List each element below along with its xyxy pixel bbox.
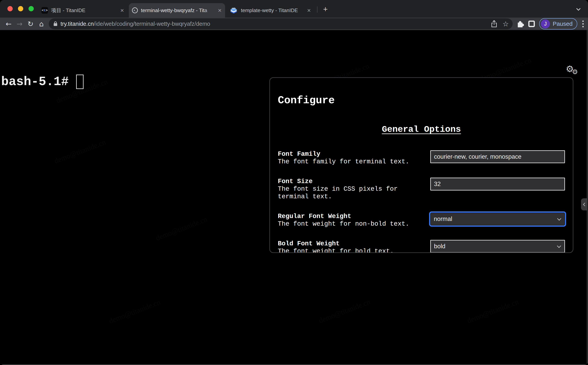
tab-close-icon[interactable]: × [120,7,124,14]
url-text: try.titanide.cn/ide/web/coding/terminal-… [61,21,491,27]
tab-template-wetty[interactable]: </> template-wetty - TitanIDE × [226,3,314,18]
tab-project[interactable]: <t> 项目 - TitanIDE × [38,3,127,18]
back-button[interactable]: ← [3,18,14,29]
section-title: General Options [278,125,565,135]
tab-title: terminal-wetty-bwqryafz - Tita [141,7,215,14]
profile-status-label: Paused [553,21,573,27]
bold-font-weight-row: Bold Font Weight The font weight for bol… [278,240,565,253]
chevron-down-icon [557,217,561,221]
font-size-row: Font Size The font size in CSS pixels fo… [278,178,565,200]
profile-chip[interactable]: J Paused [539,18,577,29]
regular-font-weight-row: Regular Font Weight The font weight for … [278,213,565,228]
watermark: demo@titanide.cn [317,297,371,325]
field-label: Font Size [278,178,416,185]
watermark: demo@titanide.cn [154,215,208,242]
watermark: demo@titanide.cn [108,298,161,325]
url-path: /ide/web/coding/terminal-wetty-bwqryafz/… [94,21,210,27]
browser-window: <t> 项目 - TitanIDE × >_ terminal-wetty-bw… [0,0,588,365]
window-close-button[interactable] [7,6,13,11]
settings-rows: Font Family The font family for terminal… [278,150,565,253]
window-maximize-button[interactable] [28,6,34,11]
tab-title: template-wetty - TitanIDE [241,7,304,14]
watermark: demo@titanide.cn [53,138,107,165]
window-minimize-button[interactable] [18,6,23,11]
configure-panel: Configure General Options Font Family Th… [269,77,573,253]
terminal-cursor [76,75,84,89]
extensions-puzzle-icon[interactable] [517,20,524,28]
share-icon[interactable] [491,20,497,28]
lock-icon [53,21,58,27]
url-host: try.titanide.cn [61,21,94,27]
tab-title: 项目 - TitanIDE [51,7,118,14]
template-layers-icon: </> [230,7,238,14]
forward-button[interactable]: → [14,18,25,29]
collapse-panel-handle[interactable] [581,198,587,211]
field-description: The font weight for bold text. [278,247,416,253]
bold-font-weight-select[interactable]: bold [430,240,565,253]
window-bottom-edge [0,364,588,365]
field-label: Regular Font Weight [278,213,416,220]
field-description: The font size in CSS pixels for terminal… [278,185,416,200]
side-panel-icon[interactable] [528,20,535,28]
regular-font-weight-select[interactable]: normal [430,213,565,225]
tab-close-icon[interactable]: × [307,7,311,14]
new-tab-button[interactable]: + [321,5,330,14]
tab-terminal-wetty[interactable]: >_ terminal-wetty-bwqryafz - Tita × [129,3,225,18]
watermark: demo@titanide.cn [466,297,520,325]
chevron-down-icon[interactable] [576,7,581,11]
bookmark-star-icon[interactable]: ☆ [503,20,509,28]
field-label: Bold Font Weight [278,240,416,247]
font-family-row: Font Family The font family for terminal… [278,150,565,166]
toolbar-right: J Paused [517,18,585,29]
chevron-down-icon [557,244,561,248]
tab-close-icon[interactable]: × [218,7,222,14]
address-bar[interactable]: try.titanide.cn/ide/web/coding/terminal-… [49,18,513,29]
window-controls [7,6,34,11]
tab-separator [317,7,317,13]
field-label: Font Family [278,150,416,158]
terminal-prompt: bash-5.1# [1,74,69,89]
font-family-input[interactable] [430,150,565,163]
browser-toolbar: ← → ↻ ⌂ try.titanide.cn/ide/web/coding/t… [0,18,588,30]
chevron-left-icon [583,203,587,206]
panel-title: Configure [278,94,565,106]
settings-gears-icon[interactable]: ⚙ ⚙ [566,65,581,77]
reload-button[interactable]: ↻ [25,18,36,29]
tab-strip: <t> 项目 - TitanIDE × >_ terminal-wetty-bw… [0,0,588,18]
field-description: The font family for terminal text. [278,158,416,166]
select-value: bold [434,243,446,250]
right-edge-line [587,30,588,365]
titanide-logo-icon: <t> [41,7,48,14]
font-size-input[interactable] [430,178,565,190]
avatar: J [541,19,550,28]
select-value: normal [434,216,452,223]
page-content: demo@titanide.cn demo@titanide.cn demo@t… [0,30,588,365]
browser-menu-icon[interactable] [581,19,585,28]
terminal-prompt-line[interactable]: bash-5.1# [1,74,84,89]
terminal-icon: >_ [132,7,138,13]
home-button[interactable]: ⌂ [36,18,47,29]
field-description: The font weight for non-bold text. [278,220,416,228]
